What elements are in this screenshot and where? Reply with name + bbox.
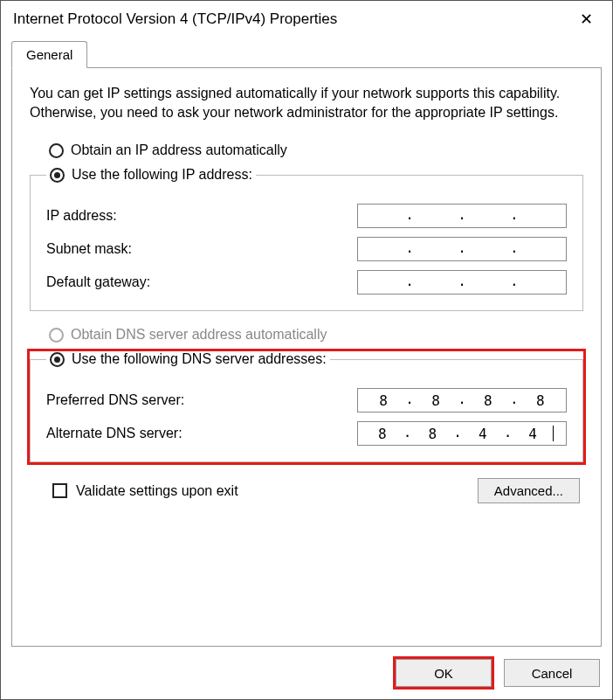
tab-panel: You can get IP settings assigned automat…: [11, 67, 602, 647]
ip-octet: 8: [371, 392, 396, 409]
ip-octet: 4: [520, 426, 545, 442]
ip-octet: 8: [420, 426, 444, 442]
checkbox-label: Validate settings upon exit: [76, 483, 238, 499]
dialog-window: Internet Protocol Version 4 (TCP/IPv4) P…: [0, 0, 613, 700]
radio-ip-manual[interactable]: Use the following IP address:: [50, 167, 252, 183]
radio-icon: [49, 328, 64, 343]
default-gateway-label: Default gateway:: [46, 274, 150, 290]
radio-label: Obtain DNS server address automatically: [71, 327, 327, 343]
subnet-mask-label: Subnet mask:: [46, 241, 132, 257]
text-caret: [553, 426, 554, 441]
preferred-dns-input[interactable]: 8. 8. 8. 8: [357, 388, 567, 412]
radio-icon: [50, 352, 65, 367]
tab-label: General: [26, 47, 72, 62]
preferred-dns-label: Preferred DNS server:: [46, 392, 184, 408]
checkbox-icon: [52, 483, 67, 498]
ip-octet: 8: [370, 426, 395, 442]
group-dns-manual: Use the following DNS server addresses: …: [30, 351, 583, 462]
explanation-text: You can get IP settings assigned automat…: [30, 84, 583, 121]
ip-octet: 8: [528, 392, 553, 409]
close-icon[interactable]: ✕: [573, 8, 600, 31]
ip-octet: 8: [424, 392, 448, 409]
window-title: Internet Protocol Version 4 (TCP/IPv4) P…: [13, 10, 337, 28]
ip-address-input[interactable]: . . .: [357, 204, 567, 228]
ip-octet: 8: [476, 392, 500, 409]
validate-checkbox[interactable]: Validate settings upon exit: [52, 483, 238, 499]
alternate-dns-label: Alternate DNS server:: [46, 426, 183, 441]
radio-label: Obtain an IP address automatically: [71, 142, 287, 158]
radio-ip-auto[interactable]: Obtain an IP address automatically: [49, 142, 583, 158]
group-ip-manual: Use the following IP address: IP address…: [30, 167, 583, 311]
alternate-dns-input[interactable]: 8. 8. 4. 4: [357, 421, 567, 446]
button-label: OK: [434, 666, 453, 681]
tab-general[interactable]: General: [11, 41, 87, 68]
button-label: Advanced...: [494, 483, 563, 498]
subnet-mask-input[interactable]: . . .: [357, 237, 567, 261]
content-area: General You can get IP settings assigned…: [1, 41, 612, 647]
radio-dns-auto: Obtain DNS server address automatically: [49, 327, 583, 343]
radio-dns-manual[interactable]: Use the following DNS server addresses:: [50, 351, 327, 367]
ip-octet: 4: [471, 426, 495, 442]
dialog-button-row: OK Cancel: [1, 647, 612, 699]
default-gateway-input[interactable]: . . .: [357, 270, 567, 295]
radio-label: Use the following IP address:: [72, 167, 252, 183]
ok-button[interactable]: OK: [396, 659, 492, 687]
radio-icon: [49, 143, 64, 158]
tab-strip: General: [11, 41, 602, 67]
cancel-button[interactable]: Cancel: [504, 659, 600, 687]
button-label: Cancel: [532, 666, 573, 681]
radio-label: Use the following DNS server addresses:: [72, 351, 327, 367]
titlebar: Internet Protocol Version 4 (TCP/IPv4) P…: [1, 1, 612, 41]
advanced-button[interactable]: Advanced...: [478, 478, 580, 503]
radio-icon: [50, 168, 65, 183]
ip-address-label: IP address:: [46, 208, 117, 224]
